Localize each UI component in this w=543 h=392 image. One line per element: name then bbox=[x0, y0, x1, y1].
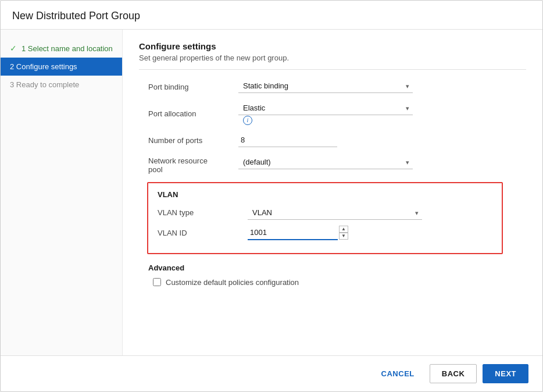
dialog-header: New Distributed Port Group bbox=[1, 1, 542, 30]
sidebar-step-1[interactable]: ✓ 1 Select name and location bbox=[1, 39, 122, 58]
vlan-type-select-wrapper: None VLAN VLAN trunking Private VLAN ▾ bbox=[248, 206, 422, 220]
vlan-id-wrapper: ▲ ▼ bbox=[248, 226, 348, 240]
vlan-id-increment-button[interactable]: ▲ bbox=[339, 226, 348, 233]
num-ports-label: Number of ports bbox=[148, 135, 238, 145]
port-allocation-select[interactable]: Elastic Fixed bbox=[238, 101, 413, 115]
customize-policies-checkbox[interactable] bbox=[153, 278, 161, 286]
vlan-id-row: VLAN ID ▲ ▼ bbox=[158, 226, 492, 240]
dialog-footer: CANCEL BACK NEXT bbox=[1, 355, 542, 391]
port-binding-control: Static binding Dynamic binding Ephemeral… bbox=[238, 79, 424, 93]
port-binding-select-wrapper: Static binding Dynamic binding Ephemeral… bbox=[238, 79, 413, 93]
network-resource-select[interactable]: (default) bbox=[238, 155, 413, 169]
check-icon: ✓ bbox=[10, 44, 17, 53]
num-ports-input[interactable] bbox=[238, 133, 337, 147]
cancel-button[interactable]: CANCEL bbox=[372, 365, 424, 383]
port-allocation-row: Port allocation Elastic Fixed ▾ i bbox=[148, 101, 526, 125]
sidebar-step-3[interactable]: 3 Ready to complete bbox=[1, 76, 122, 94]
dialog-body: ✓ 1 Select name and location 2 Configure… bbox=[1, 30, 542, 355]
customize-policies-row: Customize default policies configuration bbox=[153, 278, 526, 287]
sidebar: ✓ 1 Select name and location 2 Configure… bbox=[1, 30, 123, 355]
advanced-title: Advanced bbox=[148, 263, 526, 272]
port-binding-row: Port binding Static binding Dynamic bind… bbox=[148, 79, 526, 93]
num-ports-control bbox=[238, 133, 424, 147]
port-allocation-info-icon: i bbox=[243, 116, 252, 125]
new-distributed-port-group-dialog: New Distributed Port Group ✓ 1 Select na… bbox=[0, 0, 543, 392]
dialog-title: New Distributed Port Group bbox=[12, 10, 531, 22]
vlan-id-label: VLAN ID bbox=[158, 229, 248, 237]
sidebar-step-1-label: 1 Select name and location bbox=[22, 44, 113, 53]
vlan-type-row: VLAN type None VLAN VLAN trunking Privat… bbox=[158, 206, 492, 220]
network-resource-label-text: Network resourcepool bbox=[148, 156, 208, 174]
vlan-title: VLAN bbox=[158, 190, 492, 199]
next-button[interactable]: NEXT bbox=[483, 364, 528, 383]
main-content: Configure settings Set general propertie… bbox=[123, 30, 542, 355]
sidebar-step-2-label: 2 Configure settings bbox=[10, 62, 77, 71]
section-title: Configure settings bbox=[139, 41, 526, 51]
vlan-type-select[interactable]: None VLAN VLAN trunking Private VLAN bbox=[248, 206, 422, 220]
network-resource-row: Network resourcepool (default) ▾ bbox=[148, 155, 526, 174]
network-resource-control: (default) ▾ bbox=[238, 155, 424, 169]
advanced-section: Advanced Customize default policies conf… bbox=[148, 263, 526, 287]
network-resource-select-wrapper: (default) ▾ bbox=[238, 155, 413, 169]
network-resource-label: Network resourcepool bbox=[148, 155, 238, 174]
sidebar-step-3-label: 3 Ready to complete bbox=[10, 80, 79, 89]
sidebar-step-2[interactable]: 2 Configure settings bbox=[1, 58, 122, 76]
port-allocation-control: Elastic Fixed ▾ i bbox=[238, 101, 424, 125]
form-area: Port binding Static binding Dynamic bind… bbox=[139, 79, 526, 287]
vlan-type-label: VLAN type bbox=[158, 208, 248, 217]
back-button[interactable]: BACK bbox=[430, 364, 477, 383]
vlan-id-decrement-button[interactable]: ▼ bbox=[339, 233, 348, 240]
vlan-section: VLAN VLAN type None VLAN VLAN trunking P… bbox=[147, 182, 503, 254]
port-allocation-label: Port allocation bbox=[148, 108, 238, 118]
num-ports-row: Number of ports bbox=[148, 133, 526, 147]
port-binding-label: Port binding bbox=[148, 81, 238, 91]
vlan-id-input[interactable] bbox=[248, 226, 338, 240]
vlan-id-spinner: ▲ ▼ bbox=[339, 226, 348, 240]
port-allocation-select-wrapper: Elastic Fixed ▾ bbox=[238, 101, 413, 115]
customize-policies-label: Customize default policies configuration bbox=[166, 278, 299, 287]
section-desc: Set general properties of the new port g… bbox=[139, 54, 526, 70]
port-binding-select[interactable]: Static binding Dynamic binding Ephemeral… bbox=[238, 79, 413, 93]
